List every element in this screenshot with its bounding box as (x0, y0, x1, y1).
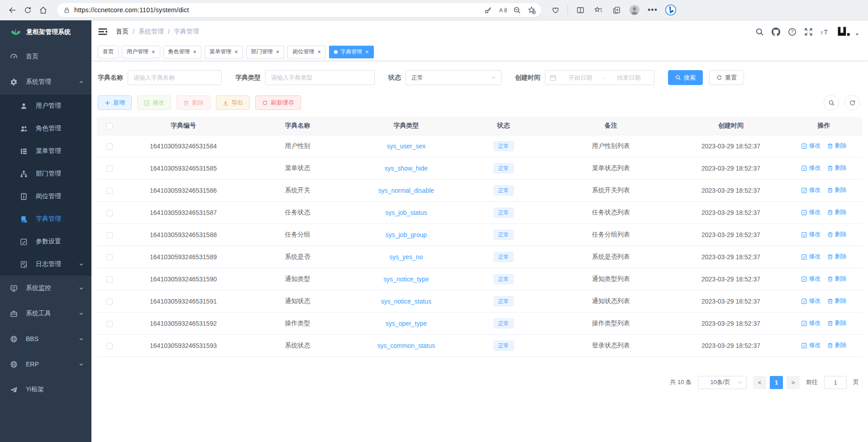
fullscreen-icon[interactable] (804, 28, 813, 36)
row-delete-button[interactable]: 删除 (827, 297, 847, 305)
row-delete-button[interactable]: 删除 (827, 208, 847, 216)
select-all-checkbox[interactable] (106, 123, 113, 129)
date-range-picker[interactable]: 开始日期 - 结束日期 (545, 70, 654, 85)
row-edit-button[interactable]: 修改 (801, 341, 821, 349)
page-size-select[interactable]: 10条/页 (698, 376, 747, 389)
row-edit-button[interactable]: 修改 (801, 164, 821, 172)
breadcrumb-home[interactable]: 首页 (116, 28, 129, 36)
favorites-bar-icon[interactable] (591, 2, 606, 18)
row-checkbox[interactable] (106, 210, 113, 216)
sidebar-item-role[interactable]: 角色管理 (0, 117, 91, 140)
page-1-button[interactable]: 1 (770, 376, 783, 389)
tab-close-icon[interactable]: × (193, 49, 197, 55)
row-delete-button[interactable]: 删除 (827, 341, 847, 349)
prev-page-button[interactable]: < (753, 376, 766, 389)
dict-type-link[interactable]: sys_normal_disable (378, 187, 434, 194)
sidebar-item-param[interactable]: 参数设置 (0, 230, 91, 253)
bing-copilot-icon[interactable] (663, 2, 678, 18)
sidebar-item-user[interactable]: 用户管理 (0, 95, 91, 117)
next-page-button[interactable]: > (787, 376, 800, 389)
dict-type-link[interactable]: sys_notice_type (383, 276, 429, 283)
row-edit-button[interactable]: 修改 (801, 186, 821, 194)
dict-type-link[interactable]: sys_job_status (385, 209, 427, 216)
row-edit-button[interactable]: 修改 (801, 297, 821, 305)
dict-type-link[interactable]: sys_common_status (377, 342, 435, 349)
header-search-icon[interactable] (755, 28, 764, 36)
row-checkbox[interactable] (106, 166, 113, 172)
sidebar-item-yiframe[interactable]: Yi框架 (0, 377, 91, 402)
tab-user[interactable]: 用户管理× (122, 46, 160, 58)
row-edit-button[interactable]: 修改 (801, 208, 821, 216)
sidebar-item-home[interactable]: 首页 (0, 44, 91, 69)
yi-logo-icon[interactable] (837, 26, 850, 38)
row-delete-button[interactable]: 删除 (827, 186, 847, 194)
split-screen-icon[interactable] (572, 2, 588, 18)
tab-dict[interactable]: 字典管理× (329, 46, 374, 58)
delete-button[interactable]: 删除 (176, 95, 210, 110)
sidebar-item-log[interactable]: 日志管理 (0, 253, 91, 276)
row-delete-button[interactable]: 删除 (827, 230, 847, 238)
row-edit-button[interactable]: 修改 (801, 142, 821, 150)
tab-close-icon[interactable]: × (276, 49, 280, 55)
row-checkbox[interactable] (106, 276, 113, 283)
row-delete-button[interactable]: 删除 (827, 275, 847, 283)
refresh-table-button[interactable] (844, 95, 860, 110)
row-edit-button[interactable]: 修改 (801, 275, 821, 283)
row-delete-button[interactable]: 删除 (827, 164, 847, 172)
browser-essentials-icon[interactable] (548, 2, 563, 18)
sidebar-item-post[interactable]: 岗位管理 (0, 185, 91, 208)
browser-home-button[interactable] (35, 2, 51, 18)
github-icon[interactable] (772, 28, 780, 36)
sidebar-item-dept[interactable]: 部门管理 (0, 162, 91, 185)
browser-more-menu[interactable]: ••• (645, 2, 660, 18)
sidebar-item-bbs[interactable]: BBS (0, 326, 91, 352)
row-checkbox[interactable] (106, 299, 113, 305)
show-search-toggle-button[interactable] (824, 95, 839, 110)
zoom-out-icon[interactable] (510, 4, 523, 16)
search-button[interactable]: 搜索 (668, 70, 703, 85)
tab-close-icon[interactable]: × (365, 49, 369, 55)
edit-button[interactable]: 修改 (137, 95, 171, 110)
text-size-icon[interactable]: TT (820, 28, 829, 36)
browser-profile-avatar[interactable] (627, 2, 642, 18)
dict-type-link[interactable]: sys_notice_status (381, 298, 431, 305)
tab-close-icon[interactable]: × (152, 49, 155, 55)
row-delete-button[interactable]: 删除 (827, 142, 847, 150)
dict-type-link[interactable]: sys_user_sex (387, 143, 426, 150)
password-key-icon[interactable] (482, 4, 494, 16)
export-button[interactable]: 导出 (216, 95, 250, 110)
browser-back-button[interactable] (5, 2, 20, 18)
row-checkbox[interactable] (106, 143, 113, 150)
row-edit-button[interactable]: 修改 (801, 319, 821, 327)
row-checkbox[interactable] (106, 254, 113, 261)
row-delete-button[interactable]: 删除 (827, 319, 847, 327)
dict-type-input[interactable] (265, 70, 375, 85)
url-text[interactable]: https://ccnetcore.com:1101/system/dict (74, 6, 482, 14)
collections-icon[interactable] (609, 2, 624, 18)
help-icon[interactable]: ? (788, 28, 796, 36)
status-select[interactable]: 正常 (405, 70, 501, 85)
tab-home[interactable]: 首页 (98, 46, 119, 58)
reset-button[interactable]: 重置 (709, 70, 744, 85)
dict-name-input[interactable] (128, 70, 222, 85)
tab-post[interactable]: 岗位管理× (287, 46, 326, 58)
dict-type-link[interactable]: sys_yes_no (390, 253, 423, 261)
refresh-cache-button[interactable]: 刷新缓存 (255, 95, 301, 110)
goto-page-input[interactable] (824, 376, 847, 389)
sidebar-item-menu[interactable]: 菜单管理 (0, 140, 91, 162)
user-menu-caret-icon[interactable] (854, 32, 860, 37)
sidebar-item-erp[interactable]: ERP (0, 352, 91, 377)
address-bar[interactable]: https://ccnetcore.com:1101/system/dict A (57, 3, 541, 17)
sidebar-item-monitor[interactable]: 系统监控 (0, 276, 91, 301)
dict-type-link[interactable]: sys_oper_type (386, 320, 427, 327)
tab-dept[interactable]: 部门管理× (246, 46, 285, 58)
row-delete-button[interactable]: 删除 (827, 252, 847, 261)
row-edit-button[interactable]: 修改 (801, 252, 821, 261)
row-checkbox[interactable] (106, 232, 113, 238)
favorite-star-icon[interactable] (525, 4, 538, 16)
browser-refresh-button[interactable] (20, 2, 35, 18)
sidebar-item-dict[interactable]: 字典管理 (0, 208, 91, 230)
dict-type-link[interactable]: sys_job_group (386, 231, 427, 238)
tab-menu[interactable]: 菜单管理× (205, 46, 243, 58)
tab-close-icon[interactable]: × (234, 49, 238, 55)
